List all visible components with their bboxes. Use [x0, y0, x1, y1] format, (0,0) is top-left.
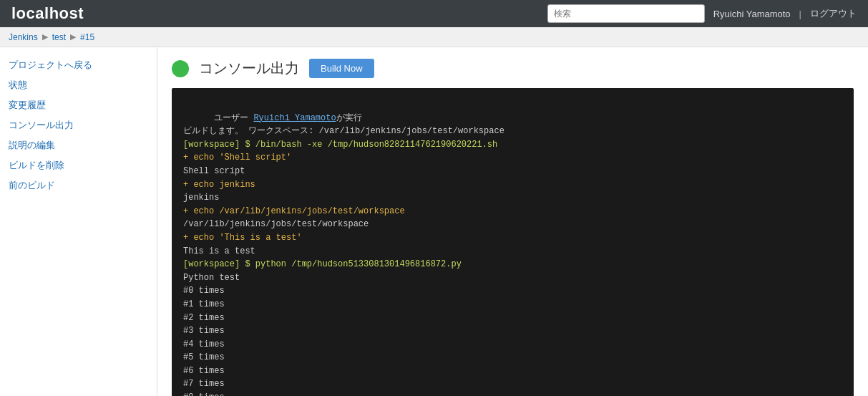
- console-line-5: jenkins: [183, 193, 219, 203]
- search-input[interactable]: [547, 4, 705, 23]
- console-line-cmd2: [workspace] $ python /tmp/hudson51330813…: [183, 259, 462, 269]
- sidebar-item-delete-build[interactable]: ビルドを削除: [9, 159, 157, 172]
- sidebar-link-status[interactable]: 状態: [9, 79, 27, 90]
- header-user: Ryuichi Yamamoto: [713, 9, 791, 19]
- sidebar-item-back-to-project[interactable]: プロジェクトへ戻る: [9, 59, 157, 72]
- console-line-cmd1: [workspace] $ /bin/bash -xe /tmp/hudson8…: [183, 140, 497, 150]
- logout-separator: |: [799, 9, 801, 19]
- breadcrumb-sep-2: ▶: [70, 32, 76, 42]
- sidebar-link-delete-build[interactable]: ビルドを削除: [9, 160, 64, 170]
- console-user-prefix: ユーザー: [214, 113, 253, 123]
- sidebar-item-edit-desc[interactable]: 説明の編集: [9, 139, 157, 152]
- build-now-button[interactable]: Build Now: [309, 59, 374, 78]
- console-echo-4: + echo 'This is a test': [183, 233, 302, 243]
- breadcrumb-sep-1: ▶: [42, 32, 48, 42]
- breadcrumb: Jenkins ▶ test ▶ #15: [0, 27, 868, 47]
- sidebar-item-changes[interactable]: 変更履歴: [9, 99, 157, 112]
- sidebar-item-status[interactable]: 状態: [9, 79, 157, 92]
- sidebar-link-back-to-project[interactable]: プロジェクトへ戻る: [9, 59, 92, 70]
- console-python-test: Python test #0 times #1 times #2 times #…: [183, 273, 270, 396]
- sidebar-link-console-output[interactable]: コンソール出力: [9, 120, 74, 130]
- sidebar-item-prev-build[interactable]: 前のビルド: [9, 179, 157, 192]
- console-echo-1: + echo 'Shell script': [183, 153, 291, 163]
- logout-link[interactable]: ログアウト: [810, 7, 857, 20]
- app-title: localhost: [11, 4, 84, 23]
- console-line-9: This is a test: [183, 246, 255, 256]
- breadcrumb-test[interactable]: test: [52, 32, 66, 42]
- page-title: コンソール出力: [199, 59, 299, 78]
- sidebar-item-console-output[interactable]: コンソール出力: [9, 119, 157, 132]
- console-echo-3: + echo /var/lib/jenkins/jobs/test/worksp…: [183, 206, 405, 216]
- app-header: localhost Ryuichi Yamamoto | ログアウト: [0, 0, 868, 27]
- sidebar: プロジェクトへ戻る 状態 変更履歴 コンソール出力 説明の編集 ビルドを削除 前…: [0, 47, 157, 396]
- console-line-3: Shell script: [183, 166, 245, 176]
- sidebar-link-prev-build[interactable]: 前のビルド: [9, 180, 55, 190]
- console-user-link[interactable]: Ryuichi Yamamoto: [253, 113, 336, 123]
- sidebar-link-changes[interactable]: 変更履歴: [9, 100, 46, 110]
- main-content: コンソール出力 Build Now ユーザー Ryuichi Yamamotoが…: [157, 47, 868, 396]
- console-echo-2: + echo jenkins: [183, 180, 255, 190]
- breadcrumb-build[interactable]: #15: [80, 32, 94, 42]
- console-output-panel: ユーザー Ryuichi Yamamotoが実行 ビルドします。 ワークスペース…: [172, 88, 854, 396]
- header-right: Ryuichi Yamamoto | ログアウト: [547, 4, 857, 23]
- build-status-icon: [172, 60, 189, 77]
- console-line-7: /var/lib/jenkins/jobs/test/workspace: [183, 219, 369, 229]
- sidebar-link-edit-desc[interactable]: 説明の編集: [9, 140, 55, 150]
- breadcrumb-jenkins[interactable]: Jenkins: [9, 32, 38, 42]
- layout: プロジェクトへ戻る 状態 変更履歴 コンソール出力 説明の編集 ビルドを削除 前…: [0, 47, 868, 396]
- page-heading: コンソール出力 Build Now: [172, 59, 854, 78]
